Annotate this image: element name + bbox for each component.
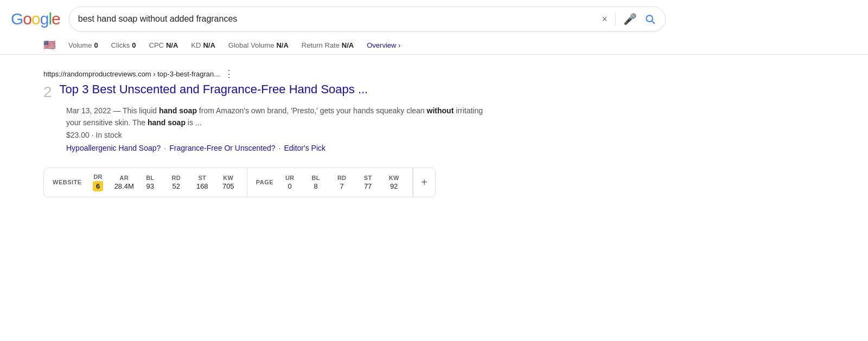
- volume-metric: Volume 0: [68, 41, 98, 49]
- return-rate-label: Return Rate: [302, 41, 340, 49]
- kw-value: 705: [222, 182, 234, 190]
- clear-button[interactable]: ×: [601, 12, 609, 26]
- result-url-row: https://randomproductreviews.com › top-3…: [43, 68, 488, 80]
- logo-o1: o: [23, 10, 31, 28]
- google-logo: Google: [11, 10, 60, 28]
- ar-label: AR: [119, 175, 129, 181]
- ar-value: 28.4M: [114, 182, 134, 190]
- website-section: WEBSITE DR 6 AR 28.4M BL 93 RD 52: [44, 168, 247, 197]
- header: Google × 🎤: [0, 0, 868, 36]
- result-number: 2: [43, 83, 52, 101]
- ar-col: AR 28.4M: [114, 175, 134, 190]
- logo-g: G: [11, 10, 23, 28]
- clicks-value: 0: [132, 41, 136, 49]
- page-bl-value: 8: [314, 182, 318, 190]
- return-rate-metric: Return Rate N/A: [302, 41, 354, 49]
- kw-col: KW 705: [219, 175, 238, 190]
- page-rd-label: RD: [337, 175, 347, 181]
- search-result: https://randomproductreviews.com › top-3…: [43, 68, 488, 197]
- rd-value: 52: [173, 182, 180, 190]
- page-bl-label: BL: [311, 175, 320, 181]
- search-button[interactable]: [643, 12, 656, 25]
- kd-label: KD: [191, 41, 201, 49]
- logo-g2: g: [40, 10, 49, 28]
- page-st-value: 77: [364, 182, 372, 190]
- sitelink-fragrance-free[interactable]: Fragrance-Free Or Unscented?: [169, 144, 275, 152]
- dr-col: DR 6: [88, 173, 108, 191]
- sitelink-hypoallergenic[interactable]: Hypoallergenic Hand Soap?: [66, 144, 161, 152]
- search-input[interactable]: [78, 14, 595, 24]
- bl-value: 93: [146, 182, 154, 190]
- svg-line-1: [652, 21, 655, 24]
- cpc-label: CPC: [149, 41, 164, 49]
- page-rd-value: 7: [340, 182, 344, 190]
- clicks-label: Clicks: [111, 41, 130, 49]
- result-options-icon[interactable]: ⋮: [224, 68, 234, 80]
- sitelink-dot-2: ·: [279, 144, 281, 152]
- bl-label: BL: [146, 175, 154, 181]
- result-sitelinks: Hypoallergenic Hand Soap? · Fragrance-Fr…: [66, 144, 488, 152]
- st-value: 168: [196, 182, 208, 190]
- divider: [615, 12, 616, 25]
- cpc-value: N/A: [166, 41, 178, 49]
- st-label: ST: [198, 175, 206, 181]
- volume-label: Volume: [68, 41, 92, 49]
- page-st-col: ST 77: [358, 175, 378, 190]
- sitelink-dot-1: ·: [164, 144, 166, 152]
- dr-label: DR: [93, 173, 103, 180]
- expand-metrics-button[interactable]: +: [413, 168, 435, 197]
- flag-icon: 🇺🇸: [43, 39, 55, 51]
- volume-value: 0: [94, 41, 98, 49]
- sitelink-editors-pick[interactable]: Editor's Pick: [284, 144, 326, 152]
- global-volume-value: N/A: [276, 41, 288, 49]
- page-kw-col: KW 92: [384, 175, 404, 190]
- rd-col: RD 52: [167, 175, 186, 190]
- microphone-button[interactable]: 🎤: [622, 11, 638, 27]
- page-ur-value: 0: [288, 182, 292, 190]
- page-ur-label: UR: [285, 175, 295, 181]
- metrics-table: WEBSITE DR 6 AR 28.4M BL 93 RD 52: [43, 168, 436, 197]
- result-snippet: Mar 13, 2022 — This liquid hand soap fro…: [66, 105, 488, 128]
- kd-value: N/A: [203, 41, 215, 49]
- clicks-metric: Clicks 0: [111, 41, 136, 49]
- search-bar[interactable]: × 🎤: [69, 7, 666, 31]
- overview-link[interactable]: Overview ›: [367, 41, 400, 49]
- main-content: https://randomproductreviews.com › top-3…: [0, 55, 868, 208]
- page-kw-label: KW: [389, 175, 399, 181]
- search-icon: [644, 14, 655, 24]
- st-col: ST 168: [193, 175, 212, 190]
- rd-label: RD: [172, 175, 181, 181]
- page-section-label: PAGE: [256, 179, 273, 185]
- result-title-row: 2 Top 3 Best Unscented and Fragrance-Fre…: [43, 82, 488, 101]
- kw-label: KW: [223, 175, 233, 181]
- search-bar-icons: × 🎤: [601, 11, 656, 27]
- bl-col: BL 93: [141, 175, 160, 190]
- result-url: https://randomproductreviews.com › top-3…: [43, 70, 220, 78]
- page-st-label: ST: [364, 175, 372, 181]
- global-volume-label: Global Volume: [228, 41, 275, 49]
- result-title-link[interactable]: Top 3 Best Unscented and Fragrance-Free …: [60, 82, 368, 98]
- page-ur-col: UR 0: [280, 175, 299, 190]
- page-section: PAGE UR 0 BL 8 RD 7 ST 77 KW: [247, 168, 413, 197]
- page-bl-col: BL 8: [306, 175, 326, 190]
- dr-value: 6: [93, 181, 103, 191]
- result-price: $23.00 · In stock: [66, 131, 488, 139]
- cpc-metric: CPC N/A: [149, 41, 178, 49]
- metrics-bar: 🇺🇸 Volume 0 Clicks 0 CPC N/A KD N/A Glob…: [0, 36, 868, 55]
- global-volume-metric: Global Volume N/A: [228, 41, 289, 49]
- kd-metric: KD N/A: [191, 41, 215, 49]
- logo-e: e: [52, 10, 60, 28]
- logo-o2: o: [31, 10, 40, 28]
- website-section-label: WEBSITE: [53, 179, 82, 185]
- page-rd-col: RD 7: [332, 175, 352, 190]
- return-rate-value: N/A: [342, 41, 354, 49]
- page-kw-value: 92: [390, 182, 398, 190]
